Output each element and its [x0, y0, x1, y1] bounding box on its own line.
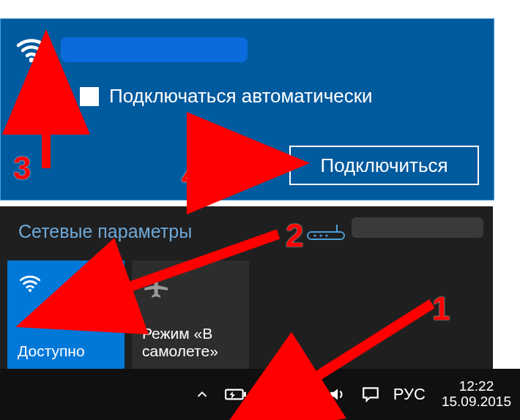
network-asterisk-icon: *	[259, 383, 281, 405]
svg-point-4	[325, 234, 327, 236]
clock[interactable]: 12:22 15.09.2015	[442, 379, 511, 410]
router-icon	[306, 223, 346, 245]
svg-point-6	[29, 289, 31, 292]
wifi-icon	[14, 32, 49, 67]
airplane-icon	[142, 290, 171, 302]
taskbar: * РУС 12:22 15.09.2015	[0, 369, 520, 420]
annotation-number-2: 2	[286, 220, 303, 252]
router-name	[352, 217, 483, 238]
airplane-mode-tile[interactable]: Режим «В самолете»	[132, 260, 249, 369]
clock-time: 12:22	[442, 379, 511, 394]
tray-chevron-icon[interactable]	[191, 383, 213, 405]
annotation-number-1: 1	[432, 293, 450, 325]
language-indicator[interactable]: РУС	[393, 385, 426, 404]
airplane-tile-label: Режим «В самолете»	[142, 325, 242, 360]
annotation-number-3: 3	[13, 152, 31, 184]
svg-point-3	[319, 234, 322, 236]
svg-point-9	[302, 399, 304, 401]
connect-button-label: Подключиться	[320, 154, 447, 177]
battery-icon[interactable]	[225, 383, 247, 405]
network-settings-title: Сетевые параметры	[18, 221, 192, 242]
wifi-tile[interactable]: Доступно	[7, 260, 125, 369]
action-center-icon[interactable]	[360, 383, 382, 405]
auto-connect-checkbox[interactable]	[80, 87, 99, 106]
svg-rect-8	[244, 392, 246, 397]
clock-date: 15.09.2015	[442, 394, 511, 410]
wifi-tile-label: Доступно	[18, 342, 85, 360]
connect-button[interactable]: Подключиться	[289, 146, 479, 185]
svg-point-2	[313, 234, 316, 236]
wifi-tray-icon[interactable]	[292, 383, 314, 405]
auto-connect-row[interactable]: Подключаться автоматически	[80, 85, 494, 108]
network-settings-section: Сетевые параметры Доступно Режим «В само…	[0, 206, 493, 369]
ssid-name	[61, 37, 248, 62]
selected-network-row[interactable]	[1, 19, 494, 73]
svg-point-0	[29, 58, 34, 62]
volume-icon[interactable]	[326, 383, 348, 405]
auto-connect-label: Подключаться автоматически	[109, 85, 373, 108]
annotation-number-4: 4	[182, 160, 199, 192]
wifi-icon	[18, 285, 42, 298]
network-flyout-selected: Подключаться автоматически Подключиться	[0, 18, 494, 200]
